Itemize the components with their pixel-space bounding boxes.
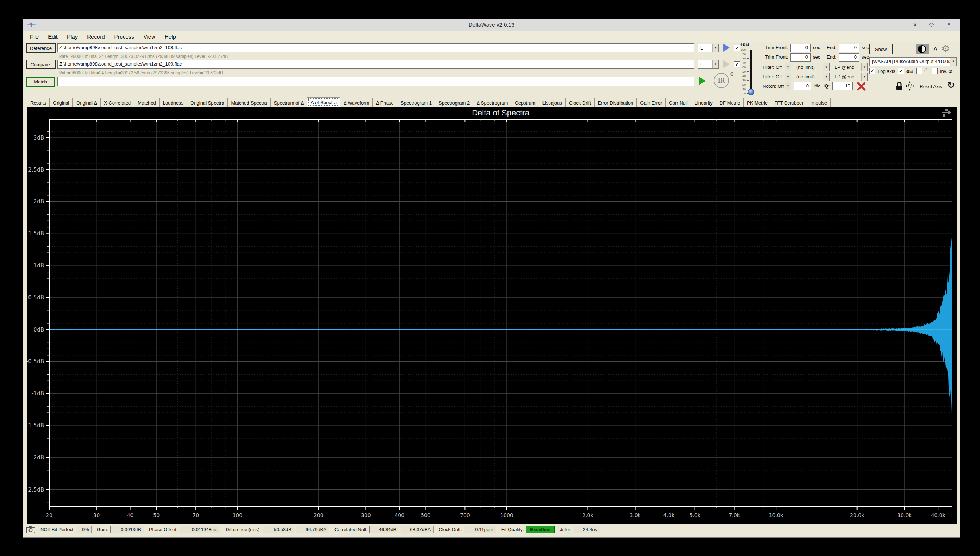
lock-icon[interactable] (896, 82, 903, 91)
tab-matched[interactable]: Matched (134, 98, 160, 107)
rotate-icon[interactable]: ↻ (947, 80, 955, 91)
match-button[interactable]: Match (26, 77, 55, 87)
tab-spectrogram-2[interactable]: Spectrogram 2 (435, 98, 473, 107)
trim-front-input-1[interactable]: 0 (790, 44, 810, 52)
reference-play-button[interactable] (723, 44, 730, 52)
tab-error-distribution[interactable]: Error Distribution (594, 98, 637, 107)
correlated-null-db-value: 46.84dB (370, 526, 399, 533)
gear-icon[interactable]: ⚙ (941, 43, 950, 54)
tab-x-correlated[interactable]: X-Correlated (100, 98, 134, 107)
reference-button[interactable]: Reference (26, 44, 56, 53)
a-weighting-toggle[interactable]: A (933, 46, 937, 53)
tab-loudness[interactable]: Loudness (159, 98, 187, 107)
compare-play-button[interactable] (723, 60, 730, 68)
close-icon[interactable]: × (944, 21, 953, 27)
reset-axis-button[interactable]: Reset Axis (917, 82, 945, 91)
chevron-down-icon[interactable]: ▾ (823, 73, 829, 81)
gain-value: 0.0013dB (110, 526, 144, 533)
compare-button[interactable]: Compare: (26, 60, 56, 69)
filter-mode-select-2[interactable]: LP @end ▾ (832, 73, 868, 81)
tab-results[interactable]: Results (27, 98, 50, 107)
filter-select-2[interactable]: Filter: Off ▾ (760, 73, 791, 81)
minimize-icon[interactable]: ∨ (911, 21, 919, 28)
tab-waveform[interactable]: Δ Waveform (340, 98, 373, 107)
chevron-down-icon[interactable]: ▾ (785, 63, 791, 71)
notch-q-input[interactable]: 10 (833, 82, 853, 91)
chart-settings-icon[interactable] (940, 108, 952, 117)
tab-pk-metric[interactable]: PK Metric (743, 98, 771, 107)
tab-original[interactable]: Original (49, 98, 73, 107)
menu-bar: FileEditPlayRecordProcessViewHelp (23, 31, 960, 42)
ir-button[interactable]: IR (714, 73, 729, 88)
tab-original-spectra[interactable]: Original Spectra (187, 98, 228, 107)
menu-record[interactable]: Record (82, 32, 109, 41)
filter-select-1[interactable]: Filter: Off ▾ (760, 63, 791, 71)
reference-channel-select[interactable]: L ▾ (697, 44, 719, 52)
mu-checkbox[interactable] (916, 68, 922, 74)
tab-df-metric[interactable]: DF Metric (716, 98, 744, 107)
tab-matched-spectra[interactable]: Matched Spectra (227, 98, 270, 107)
tab-phase[interactable]: Δ Phase (372, 98, 397, 107)
tab-of-spectra[interactable]: Δ of Spectra (307, 97, 340, 107)
chevron-down-icon[interactable]: ▾ (950, 58, 956, 66)
chevron-down-icon[interactable]: ▾ (712, 60, 718, 68)
compare-channel-select[interactable]: L ▾ (697, 60, 719, 69)
match-input[interactable] (57, 77, 694, 86)
menu-process[interactable]: Process (110, 32, 139, 41)
tab-spectrum-of[interactable]: Spectrum of Δ (270, 98, 307, 107)
trim-front-input-2[interactable]: 0 (790, 53, 810, 61)
menu-edit[interactable]: Edit (44, 32, 62, 41)
camera-icon[interactable] (26, 526, 36, 533)
gain-slider-track[interactable] (750, 50, 752, 95)
delta-play-button[interactable] (699, 77, 706, 85)
fit-quality-label: Fit Quality: (501, 527, 524, 532)
trim-end-input-2[interactable]: 0 (839, 53, 859, 61)
tab-gain-error[interactable]: Gain Error (636, 98, 665, 107)
filter-limit-select-2[interactable]: (no limit) ▾ (794, 73, 830, 81)
audio-device-select[interactable]: [WASAPI] PulseAudio Output 44100/32 ▾ (869, 57, 957, 66)
spectra-plot[interactable]: 3dB2.5dB2dB1.5dB1dB0.5dB0dB-0.5dB-1dB-1.… (27, 107, 957, 524)
chevron-down-icon[interactable]: ▾ (861, 63, 867, 71)
chevron-down-icon[interactable]: ▾ (785, 73, 791, 81)
compare-path-input[interactable]: Z:\home\vamp898\sound_test_samples\wm1zm… (57, 60, 694, 69)
menu-help[interactable]: Help (160, 32, 181, 41)
tab-original[interactable]: Original Δ (73, 98, 100, 107)
log-axis-checkbox[interactable]: ✓ (869, 68, 875, 74)
filter-limit-select-1[interactable]: (no limit) ▾ (794, 63, 830, 71)
tab-corr-null[interactable]: Corr Null (665, 98, 691, 107)
tab-linearity[interactable]: Linearity (691, 98, 716, 107)
tab-clock-drift[interactable]: Clock Drift (565, 98, 594, 107)
reference-path-input[interactable]: Z:\home\vamp898\sound_test_samples\wm1zm… (57, 44, 694, 52)
chevron-down-icon[interactable]: ▾ (861, 73, 867, 81)
menu-view[interactable]: View (139, 32, 160, 41)
tab-spectrogram[interactable]: Δ Spectrogram (473, 98, 512, 107)
contrast-toggle[interactable] (915, 44, 928, 54)
tab-spectrogram-1[interactable]: Spectrogram 1 (397, 98, 435, 107)
inv-phase-checkbox[interactable] (932, 68, 938, 74)
chevron-down-icon[interactable]: ▾ (823, 63, 829, 71)
chevron-down-icon[interactable]: ▾ (785, 82, 791, 90)
svg-text:-2.5dB: -2.5dB (27, 486, 44, 493)
gain-slider-thumb[interactable] (748, 89, 754, 95)
menu-play[interactable]: Play (62, 32, 82, 41)
notch-freq-input[interactable]: 0 (794, 82, 811, 91)
trim-end-input-1[interactable]: 0 (839, 44, 859, 52)
log-axis-label: Log axis (878, 68, 895, 74)
svg-text:300: 300 (361, 512, 371, 518)
show-button[interactable]: Show (869, 44, 893, 54)
db-checkbox[interactable]: ✓ (898, 68, 904, 74)
maximize-icon[interactable]: ◇ (927, 21, 936, 28)
mu-label: µ (924, 66, 927, 72)
trim-front-unit-2: sec (813, 54, 820, 60)
notch-select[interactable]: Notch: Off ▾ (760, 82, 791, 91)
notch-value: Notch: Off (762, 83, 785, 89)
clear-notch-icon[interactable] (857, 82, 866, 91)
pan-icon[interactable] (904, 81, 915, 91)
chevron-down-icon[interactable]: ▾ (712, 44, 718, 52)
tab-lissajous[interactable]: Lissajous (539, 98, 566, 107)
filter-mode-select-1[interactable]: LP @end ▾ (832, 63, 868, 71)
tab-fft-scrubber[interactable]: FFT Scrubber (770, 98, 807, 107)
menu-file[interactable]: File (25, 32, 44, 41)
tab-cepstrum[interactable]: Cepstrum (511, 98, 539, 107)
tab-impulse[interactable]: Impulse (807, 98, 831, 107)
